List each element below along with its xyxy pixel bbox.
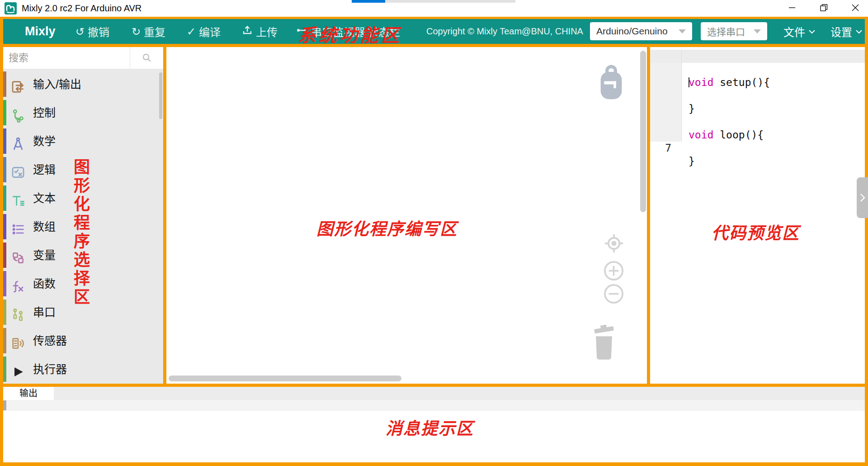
category-label: 函数 <box>33 270 56 298</box>
annotation-message-area: 消息提示区 <box>386 415 474 439</box>
code-gutter: 1 ▾ <box>650 50 682 63</box>
function-icon <box>11 277 25 291</box>
close-button[interactable] <box>845 0 866 15</box>
output-tabstrip: 输出 <box>3 387 865 400</box>
text-icon <box>11 191 25 206</box>
zoom-in-button[interactable] <box>603 260 624 283</box>
category-list: 输入/输出 控制 数学 逻辑 文本 数组 变量 函数 串口 <box>3 70 163 384</box>
search-row <box>3 47 163 69</box>
actuator-icon <box>11 362 25 377</box>
message-panel: 输出 消息提示区 <box>3 387 865 462</box>
category-color-bar <box>3 157 6 182</box>
output-console-row[interactable] <box>3 400 865 411</box>
minimize-button[interactable] <box>782 0 802 15</box>
copyright-text: Copyright © Mixly Team@BNU, CHINA <box>426 19 583 44</box>
brand-mixly[interactable]: Mixly <box>25 19 56 44</box>
output-caret <box>3 400 6 410</box>
compile-button[interactable]: ✓ 编译 <box>187 19 221 44</box>
category-color-bar <box>3 128 6 154</box>
sidebar-item-array[interactable]: 数组 <box>3 213 163 241</box>
progress-bar <box>352 0 515 3</box>
sidebar-item-actuator[interactable]: 执行器 <box>3 355 163 384</box>
block-workspace[interactable]: 图形化程序编写区 <box>166 47 647 384</box>
block-category-sidebar: 输入/输出 控制 数学 逻辑 文本 数组 变量 函数 串口 <box>3 47 163 384</box>
code-gutter: 6 ▾ <box>650 115 682 128</box>
sidebar-item-control[interactable]: 控制 <box>3 99 163 127</box>
serial-icon <box>11 305 25 320</box>
undo-button[interactable]: ↺ 撤销 <box>75 19 109 44</box>
code-preview-panel[interactable]: 1 ▾ void setup(){ 2 ▾ 3 ▾ } 4 ▾ 5 ▾ void… <box>650 47 865 384</box>
chevron-right-icon <box>859 192 866 203</box>
chevron-down-icon <box>855 28 863 35</box>
code-line: 3 ▾ } <box>650 76 865 89</box>
sidebar-scrollbar[interactable] <box>159 72 162 119</box>
main-toolbar: Mixly ↺ 撤销 ↻ 重复 ✓ 编译 上传 串口监视器 状态栏 Copyri… <box>3 19 865 44</box>
io-icon <box>11 77 25 92</box>
panel-collapse-tab[interactable] <box>857 177 868 218</box>
sidebar-item-io[interactable]: 输入/输出 <box>3 70 163 99</box>
code-gutter: 4 ▾ <box>650 89 682 102</box>
undo-icon: ↺ <box>75 25 85 38</box>
backpack-icon[interactable] <box>596 64 626 102</box>
sidebar-item-logic[interactable]: 逻辑 <box>3 156 163 184</box>
category-label: 执行器 <box>33 355 67 384</box>
redo-button[interactable]: ↻ 重复 <box>132 19 165 44</box>
variable-icon <box>11 248 25 263</box>
zoom-out-button[interactable] <box>603 283 624 306</box>
line-number: 7 <box>665 142 671 155</box>
category-label: 文本 <box>33 184 56 213</box>
category-label: 串口 <box>33 298 56 327</box>
serial-monitor-button[interactable]: 串口监视器 <box>296 19 365 44</box>
sensor-icon <box>11 334 25 348</box>
trash-icon[interactable] <box>590 322 618 366</box>
code-gutter: 2 ▾ <box>650 63 682 76</box>
port-select[interactable]: 选择串口 <box>701 22 767 40</box>
sidebar-item-serial[interactable]: 串口 <box>3 298 163 327</box>
chevron-down-icon <box>754 29 761 33</box>
board-select[interactable]: Arduino/Genuino <box>590 22 692 40</box>
chevron-down-icon <box>808 28 816 35</box>
canvas-vertical-scrollbar[interactable] <box>640 51 646 212</box>
code-editor: 1 ▾ void setup(){ 2 ▾ 3 ▾ } 4 ▾ 5 ▾ void… <box>650 47 865 142</box>
sidebar-item-variable[interactable]: 变量 <box>3 241 163 270</box>
category-color-bar <box>3 357 6 382</box>
category-label: 传感器 <box>33 327 67 355</box>
sidebar-item-math[interactable]: 数学 <box>3 127 163 156</box>
restore-button[interactable] <box>813 0 834 15</box>
settings-menu[interactable]: 设置 <box>830 19 863 44</box>
mixly-logo-icon <box>5 2 17 14</box>
code-line: 1 ▾ void setup(){ <box>650 50 865 63</box>
array-icon <box>11 220 25 234</box>
category-label: 逻辑 <box>33 156 56 184</box>
sidebar-item-sensor[interactable]: 传感器 <box>3 327 163 355</box>
tab-output[interactable]: 输出 <box>3 387 54 400</box>
code-gutter: 7 ▾ <box>650 128 682 142</box>
window-title: Mixly 2.0 rc2 For Arduino AVR <box>22 0 142 17</box>
file-menu[interactable]: 文件 <box>783 19 816 44</box>
category-color-bar <box>3 214 6 239</box>
math-icon <box>11 134 25 149</box>
search-icon <box>142 52 152 63</box>
canvas-horizontal-scrollbar[interactable] <box>169 376 401 381</box>
category-label: 输入/输出 <box>33 70 81 99</box>
code-line: 6 ▾ <box>650 115 865 128</box>
center-view-button[interactable] <box>604 234 623 255</box>
category-color-bar <box>3 328 6 353</box>
code-line: 2 ▾ <box>650 63 865 76</box>
category-color-bar <box>3 185 6 211</box>
code-gutter: 5 ▾ <box>650 102 682 115</box>
search-input[interactable] <box>3 47 130 69</box>
status-bar-button[interactable]: 状态栏 <box>368 19 400 44</box>
redo-icon: ↻ <box>132 25 141 38</box>
annotation-block-editor-area: 图形化程序编写区 <box>316 215 458 240</box>
sidebar-item-text[interactable]: 文本 <box>3 184 163 213</box>
upload-button[interactable]: 上传 <box>242 19 278 44</box>
category-label: 数学 <box>33 127 56 156</box>
search-button[interactable] <box>130 47 163 69</box>
category-label: 控制 <box>33 99 56 127</box>
check-icon: ✓ <box>187 25 196 38</box>
logic-icon <box>11 163 25 177</box>
sidebar-item-function[interactable]: 函数 <box>3 270 163 298</box>
chevron-down-icon <box>679 29 686 33</box>
category-color-bar <box>3 271 6 296</box>
